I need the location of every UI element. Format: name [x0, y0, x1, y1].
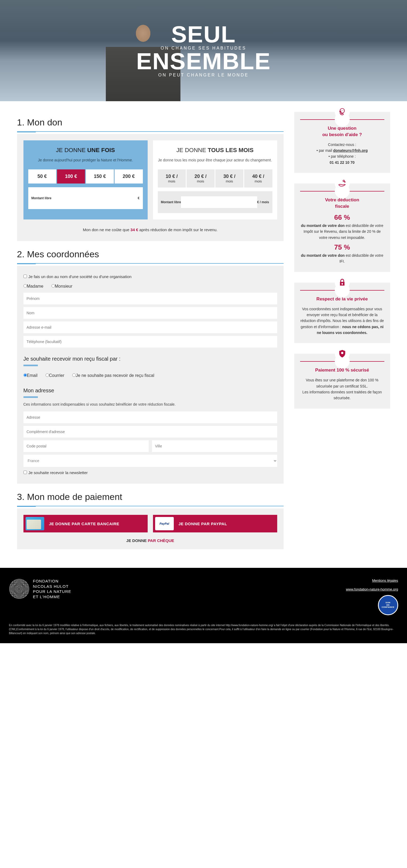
hero-line2: ENSEMBLE [136, 51, 271, 72]
details-block: Je fais un don au nom d'une société ou d… [17, 266, 284, 484]
legal-link[interactable]: Mentions légales [372, 579, 398, 583]
pay-cheque-link[interactable]: JE DONNE PAR CHÈQUE [24, 538, 277, 543]
free-input-monthly[interactable] [181, 196, 257, 208]
hand-coins-icon [335, 176, 350, 191]
lock-icon [335, 275, 350, 290]
receipt-heading: Je souhaite recevoir mon reçu fiscal par… [24, 356, 277, 362]
side-deduction-title: Votre déduction fiscale [300, 197, 384, 210]
paypal-icon: PayPal [155, 517, 174, 530]
address2-field[interactable] [24, 426, 277, 438]
zip-field[interactable] [24, 440, 149, 452]
amount-10m[interactable]: 10 € /mois [158, 169, 186, 187]
svg-point-1 [343, 180, 344, 182]
trust-badge: DON EN CONFIANCE [378, 595, 398, 615]
tab-monthly[interactable]: JE DONNE TOUS LES MOIS Je donne tous les… [153, 141, 277, 219]
free-amount-monthly[interactable]: Montant libre€ / mois [158, 191, 272, 213]
card-icon [26, 517, 44, 530]
tab-once[interactable]: JE DONNE UNE FOIS Je donne aujourd'hui p… [24, 141, 148, 219]
donation-block: JE DONNE UNE FOIS Je donne aujourd'hui p… [17, 134, 284, 241]
shield-icon [335, 346, 350, 361]
section1-title: 1. Mon don [17, 117, 284, 128]
side-privacy: Respect de la vie privée Vos coordonnées… [294, 283, 390, 343]
amount-50[interactable]: 50 € [28, 169, 56, 184]
pay-paypal-button[interactable]: PayPal JE DONNE PAR PAYPAL [153, 515, 277, 532]
footer: FONDATION NICOLAS HULOT POUR LA NATURE E… [0, 568, 407, 643]
side-security: Paiement 100 % sécurisé Vous êtes sur un… [294, 354, 390, 408]
section2-title: 2. Mes coordonnées [17, 249, 284, 259]
payment-block: JE DONNE PAR CARTE BANCAIRE PayPal JE DO… [17, 508, 284, 549]
radio-madame[interactable] [24, 284, 27, 288]
legal-text: En conformité avec la loi du 6 janvier 1… [9, 623, 398, 635]
address-heading: Mon adresse [24, 388, 277, 394]
amount-30m[interactable]: 30 € /mois [215, 169, 243, 187]
free-input-once[interactable] [52, 192, 138, 204]
city-field[interactable] [152, 440, 277, 452]
country-select[interactable]: France [24, 455, 277, 467]
phone-field[interactable] [24, 336, 277, 348]
amount-100[interactable]: 100 € [57, 169, 85, 184]
logo-text: FONDATION NICOLAS HULOT POUR LA NATURE E… [33, 579, 71, 599]
radio-receipt-none[interactable] [72, 373, 76, 377]
radio-monsieur[interactable] [52, 284, 55, 288]
logo-icon [9, 579, 29, 599]
mail-link[interactable]: donateurs@fnh.org [333, 148, 368, 153]
side-deduction: Votre déduction fiscale 66 % du montant … [294, 184, 390, 272]
amount-150[interactable]: 150 € [86, 169, 114, 184]
address-field[interactable] [24, 411, 277, 423]
radio-receipt-mail[interactable] [46, 373, 49, 377]
amount-40m[interactable]: 40 € /mois [244, 169, 272, 187]
hero-banner: SEUL ON CHANGE SES HABITUDES ENSEMBLE ON… [0, 0, 407, 101]
hero-line1: SEUL [136, 24, 271, 45]
pay-card-button[interactable]: JE DONNE PAR CARTE BANCAIRE [24, 515, 148, 532]
lastname-field[interactable] [24, 307, 277, 319]
newsletter-checkbox[interactable] [24, 471, 27, 474]
side-question: Une question ou besoin d'aide ? Contacte… [294, 112, 390, 173]
free-amount-once[interactable]: Montant libre€ [28, 187, 143, 209]
org-checkbox[interactable] [24, 275, 27, 278]
email-field[interactable] [24, 321, 277, 333]
amount-20m[interactable]: 20 € /mois [186, 169, 214, 187]
radio-receipt-email[interactable] [24, 373, 27, 377]
site-link[interactable]: www.fondation-nature-homme.org [346, 587, 398, 591]
amount-200[interactable]: 200 € [115, 169, 143, 184]
section3-title: 3. Mon mode de paiement [17, 492, 284, 502]
side-question-title: Une question ou besoin d'aide ? [300, 125, 384, 138]
tax-cost: Mon don ne me coûte que 34 € après réduc… [24, 225, 277, 235]
phone-icon [335, 104, 350, 119]
firstname-field[interactable] [24, 293, 277, 304]
svg-point-2 [344, 182, 345, 182]
